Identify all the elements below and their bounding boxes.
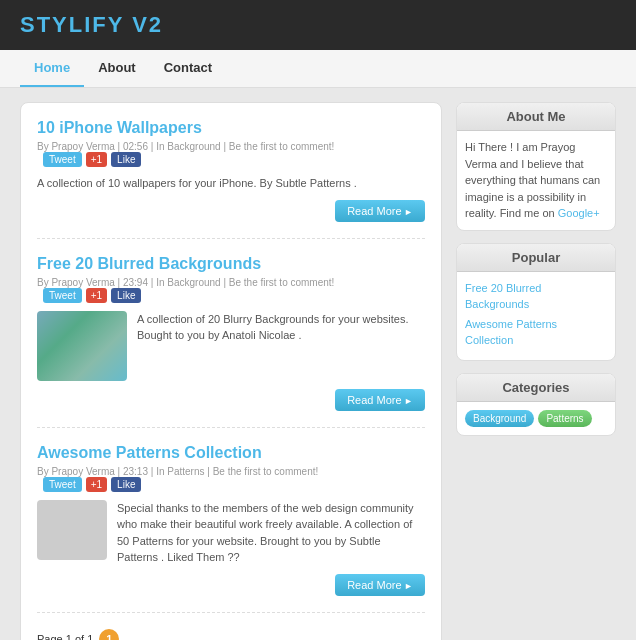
pagination-current[interactable]: 1	[99, 629, 119, 641]
post-3-text: Special thanks to the members of the web…	[117, 500, 415, 566]
post-1-tweet-btn[interactable]: Tweet	[43, 152, 82, 167]
sidebar-about-link[interactable]: Google+	[558, 207, 600, 219]
sidebar-about-content: Hi There ! I am Prayog Verma and I belie…	[457, 131, 615, 230]
sidebar-about-title: About Me	[457, 103, 615, 131]
pagination: Page 1 of 1 1	[37, 629, 425, 641]
site-header: STYLIFY V2	[0, 0, 636, 50]
post-2-plus-btn[interactable]: +1	[86, 288, 107, 303]
sidebar-popular-content: Free 20 Blurred Backgrounds Awesome Patt…	[457, 272, 615, 360]
post-2-body: A collection of 20 Blurry Backgrounds fo…	[37, 311, 425, 381]
category-background-btn[interactable]: Background	[465, 410, 534, 427]
nav-item-contact[interactable]: Contact	[150, 50, 226, 87]
post-1-like-btn[interactable]: Like	[111, 152, 141, 167]
sidebar-popular-box: Popular Free 20 Blurred Backgrounds Awes…	[456, 243, 616, 361]
post-1-title: 10 iPhone Wallpapers	[37, 119, 425, 137]
sidebar-popular-link-1[interactable]: Free 20 Blurred Backgrounds	[465, 280, 607, 313]
post-2-meta: By Prapoy Verma | 23:94 | In Background …	[37, 277, 425, 303]
sidebar-popular-title: Popular	[457, 244, 615, 272]
post-2-text: A collection of 20 Blurry Backgrounds fo…	[137, 311, 415, 381]
post-3-plus-btn[interactable]: +1	[86, 477, 107, 492]
sidebar-categories-box: Categories Background Patterns	[456, 373, 616, 436]
post-1-readmore-btn[interactable]: Read More	[335, 200, 425, 222]
post-2-like-btn[interactable]: Like	[111, 288, 141, 303]
post-3-thumbnail	[37, 500, 107, 560]
post-3-tweet-btn[interactable]: Tweet	[43, 477, 82, 492]
post-1-meta: By Prapoy Verma | 02:56 | In Background …	[37, 141, 425, 167]
content-wrapper: 10 iPhone Wallpapers By Prapoy Verma | 0…	[0, 88, 636, 640]
post-2-title: Free 20 Blurred Backgrounds	[37, 255, 425, 273]
post-1-plus-btn[interactable]: +1	[86, 152, 107, 167]
nav-item-home[interactable]: Home	[20, 50, 84, 87]
post-3-readmore-btn[interactable]: Read More	[335, 574, 425, 596]
main-content: 10 iPhone Wallpapers By Prapoy Verma | 0…	[20, 102, 442, 640]
sidebar: About Me Hi There ! I am Prayog Verma an…	[456, 102, 616, 640]
post-3-title: Awesome Patterns Collection	[37, 444, 425, 462]
sidebar-categories-title: Categories	[457, 374, 615, 402]
post-3-meta: By Prapoy Verma | 23:13 | In Patterns | …	[37, 466, 425, 492]
nav-item-about[interactable]: About	[84, 50, 150, 87]
post-2: Free 20 Blurred Backgrounds By Prapoy Ve…	[37, 255, 425, 428]
post-1-text: A collection of 10 wallpapers for your i…	[37, 175, 415, 192]
post-2-tweet-btn[interactable]: Tweet	[43, 288, 82, 303]
sidebar-about-box: About Me Hi There ! I am Prayog Verma an…	[456, 102, 616, 231]
post-2-social: Tweet +1 Like	[43, 288, 141, 303]
post-1-body: A collection of 10 wallpapers for your i…	[37, 175, 425, 192]
post-3-body: Special thanks to the members of the web…	[37, 500, 425, 566]
post-1: 10 iPhone Wallpapers By Prapoy Verma | 0…	[37, 119, 425, 239]
post-3-like-btn[interactable]: Like	[111, 477, 141, 492]
post-3-social: Tweet +1 Like	[43, 477, 141, 492]
post-3: Awesome Patterns Collection By Prapoy Ve…	[37, 444, 425, 613]
post-2-thumbnail	[37, 311, 127, 381]
site-title: STYLIFY V2	[20, 12, 616, 38]
category-patterns-btn[interactable]: Patterns	[538, 410, 591, 427]
post-2-readmore-btn[interactable]: Read More	[335, 389, 425, 411]
sidebar-categories-content: Background Patterns	[457, 402, 615, 435]
post-1-social: Tweet +1 Like	[43, 152, 141, 167]
main-nav: Home About Contact	[0, 50, 636, 88]
pagination-label: Page 1 of 1	[37, 633, 93, 641]
sidebar-popular-link-2[interactable]: Awesome Patterns Collection	[465, 316, 607, 349]
